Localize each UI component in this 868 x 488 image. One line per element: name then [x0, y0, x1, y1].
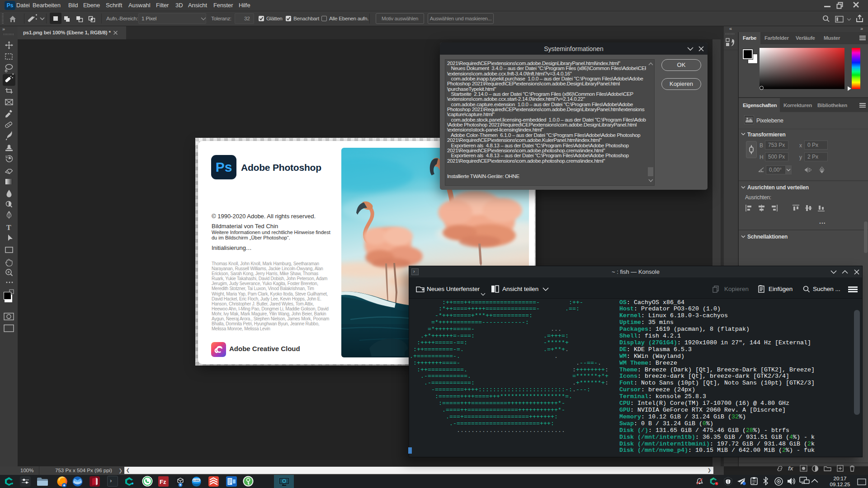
svg-text:9.999: 9.999 [193, 479, 199, 482]
svg-text:Fz: Fz [160, 479, 166, 485]
svg-text:T: T [6, 224, 11, 231]
